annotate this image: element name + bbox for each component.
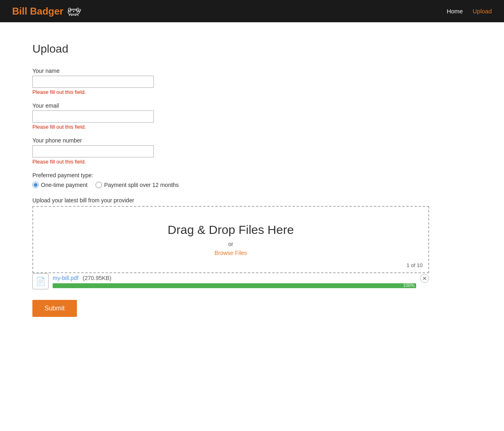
main-content: Upload Your name Please fill out this fi… — [0, 22, 445, 337]
main-nav: Home Upload — [447, 8, 492, 15]
name-error: Please fill out this field. — [32, 89, 413, 95]
phone-error: Please fill out this field. — [32, 159, 413, 165]
progress-bar-wrap: 100% — [53, 283, 416, 288]
email-group: Your email Please fill out this field. — [32, 102, 413, 130]
payment-split-label: Payment split over 12 months — [104, 182, 179, 188]
name-input[interactable] — [32, 76, 154, 88]
payment-radio-split[interactable] — [96, 182, 102, 188]
badger-icon — [66, 6, 81, 16]
payment-option-onetime[interactable]: One-time payment — [32, 182, 87, 188]
file-name: my-bill.pdf — [53, 275, 79, 281]
email-label: Your email — [32, 102, 413, 109]
header: Bill Badger Home Upload — [0, 0, 504, 22]
file-size: (270.95KB) — [83, 275, 111, 281]
name-group: Your name Please fill out this field. — [32, 68, 413, 95]
drop-zone-or: or — [228, 241, 233, 247]
svg-point-4 — [73, 11, 74, 12]
file-item: 📄 my-bill.pdf (270.95KB) 100% ✕ — [32, 273, 429, 289]
payment-option-split[interactable]: Payment split over 12 months — [96, 182, 179, 188]
file-info: my-bill.pdf (270.95KB) 100% — [53, 274, 416, 288]
upload-label: Upload your latest bill from your provid… — [32, 197, 413, 204]
browse-files-link[interactable]: Browse Files — [215, 250, 247, 256]
email-input[interactable] — [32, 110, 154, 123]
payment-options: One-time payment Payment split over 12 m… — [32, 182, 413, 188]
page-title: Upload — [32, 42, 413, 55]
email-error: Please fill out this field. — [32, 124, 413, 130]
payment-radio-onetime[interactable] — [32, 182, 39, 188]
logo-text: Bill Badger — [12, 6, 64, 17]
phone-input[interactable] — [32, 145, 154, 157]
upload-section: Upload your latest bill from your provid… — [32, 197, 413, 289]
phone-label: Your phone number — [32, 137, 413, 144]
payment-section: Preferred payment type: One-time payment… — [32, 172, 413, 188]
progress-bar-fill — [53, 283, 416, 288]
name-label: Your name — [32, 68, 413, 74]
nav-home-link[interactable]: Home — [447, 8, 463, 15]
drop-zone[interactable]: Drag & Drop Files Here or Browse Files 1… — [32, 206, 429, 273]
drop-zone-title: Drag & Drop Files Here — [168, 223, 294, 237]
file-icon-wrap: 📄 — [32, 273, 49, 289]
phone-group: Your phone number Please fill out this f… — [32, 137, 413, 165]
nav-upload-link[interactable]: Upload — [472, 8, 492, 15]
payment-onetime-label: One-time payment — [41, 182, 87, 188]
file-count: 1 of 10 — [406, 262, 423, 268]
payment-label: Preferred payment type: — [32, 172, 413, 178]
submit-button[interactable]: Submit — [32, 300, 77, 317]
upload-form: Your name Please fill out this field. Yo… — [32, 68, 413, 317]
progress-pct: 100% — [403, 283, 415, 288]
logo: Bill Badger — [12, 6, 81, 17]
file-doc-icon: 📄 — [36, 276, 46, 286]
file-remove-button[interactable]: ✕ — [420, 274, 429, 283]
